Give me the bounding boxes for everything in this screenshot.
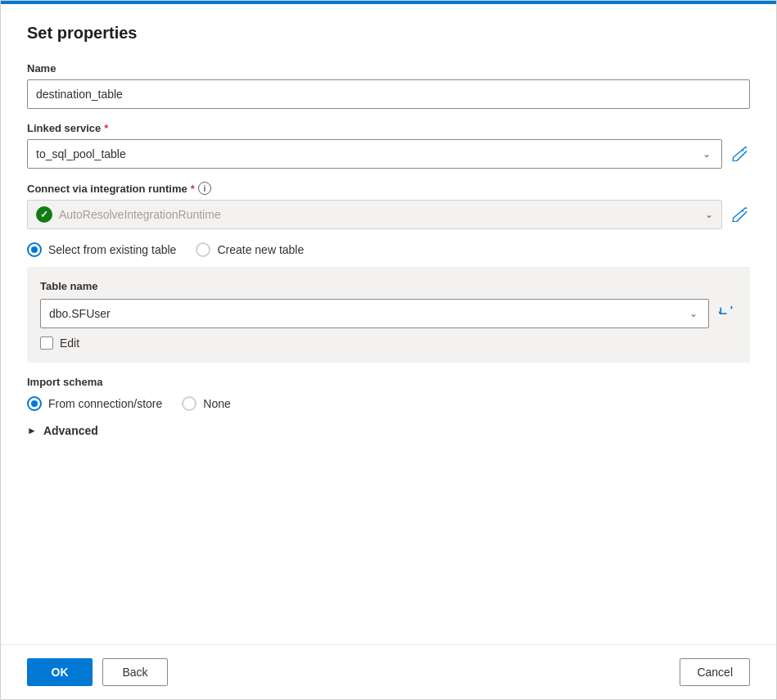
advanced-chevron-icon: ► bbox=[27, 425, 37, 436]
runtime-dropdown-arrow: ⌄ bbox=[705, 209, 713, 220]
runtime-edit-button[interactable] bbox=[729, 204, 750, 225]
pencil-icon bbox=[732, 147, 747, 161]
ok-button[interactable]: OK bbox=[27, 658, 93, 686]
import-connection-label: From connection/store bbox=[48, 397, 162, 410]
import-none-option[interactable]: None bbox=[182, 396, 230, 411]
refresh-icon bbox=[719, 306, 734, 321]
table-name-select[interactable]: dbo.SFUser bbox=[40, 299, 709, 328]
import-none-radio[interactable] bbox=[182, 396, 197, 411]
table-name-section: Table name dbo.SFUser ⌄ Edit bbox=[27, 267, 750, 363]
import-none-label: None bbox=[203, 397, 230, 410]
select-existing-option[interactable]: Select from existing table bbox=[27, 242, 176, 257]
runtime-select-inner: AutoResolveIntegrationRuntime bbox=[36, 206, 698, 223]
runtime-pencil-icon bbox=[732, 207, 747, 222]
edit-checkbox[interactable] bbox=[40, 336, 53, 350]
runtime-status-icon bbox=[36, 206, 52, 223]
table-name-select-wrapper: dbo.SFUser ⌄ bbox=[40, 299, 737, 328]
linked-service-field-group: Linked service * to_sql_pool_table ⌄ bbox=[27, 122, 750, 169]
import-schema-radio-group: From connection/store None bbox=[27, 396, 750, 411]
runtime-required: * bbox=[191, 183, 195, 195]
table-name-label: Table name bbox=[40, 280, 737, 292]
create-new-radio[interactable] bbox=[196, 242, 210, 257]
footer-left-buttons: OK Back bbox=[27, 658, 168, 686]
linked-service-select-wrapper: to_sql_pool_table ⌄ bbox=[27, 139, 750, 169]
import-schema-label: Import schema bbox=[27, 376, 750, 388]
runtime-value: AutoResolveIntegrationRuntime bbox=[59, 208, 221, 221]
back-button[interactable]: Back bbox=[102, 658, 168, 686]
page-title: Set properties bbox=[27, 24, 750, 43]
runtime-label: Connect via integration runtime * i bbox=[27, 182, 750, 195]
content-area: Set properties Name Linked service * to_… bbox=[1, 4, 776, 644]
import-schema-section: Import schema From connection/store None bbox=[27, 376, 750, 411]
linked-service-label: Linked service * bbox=[27, 122, 750, 134]
edit-checkbox-row: Edit bbox=[40, 336, 737, 350]
name-input[interactable] bbox=[27, 79, 750, 109]
linked-service-select[interactable]: to_sql_pool_table bbox=[27, 139, 722, 169]
create-new-option[interactable]: Create new table bbox=[196, 242, 304, 257]
select-existing-label: Select from existing table bbox=[48, 243, 176, 256]
name-label: Name bbox=[27, 62, 750, 75]
runtime-field-group: Connect via integration runtime * i Auto… bbox=[27, 182, 750, 229]
edit-checkbox-label: Edit bbox=[60, 336, 79, 350]
table-selection-radio-group: Select from existing table Create new ta… bbox=[27, 242, 750, 257]
footer: OK Back Cancel bbox=[1, 644, 776, 699]
runtime-info-icon[interactable]: i bbox=[198, 182, 211, 195]
create-new-label: Create new table bbox=[217, 243, 304, 256]
select-existing-radio[interactable] bbox=[27, 242, 42, 257]
linked-service-edit-button[interactable] bbox=[729, 143, 750, 165]
advanced-label: Advanced bbox=[43, 424, 98, 437]
advanced-section[interactable]: ► Advanced bbox=[27, 424, 750, 437]
import-connection-radio[interactable] bbox=[27, 396, 42, 411]
linked-service-required: * bbox=[104, 122, 108, 134]
cancel-button[interactable]: Cancel bbox=[680, 658, 750, 686]
runtime-select-display[interactable]: AutoResolveIntegrationRuntime ⌄ bbox=[27, 200, 722, 229]
name-field-group: Name bbox=[27, 62, 750, 109]
table-name-refresh-button[interactable] bbox=[716, 303, 737, 324]
runtime-select-outer-wrapper: AutoResolveIntegrationRuntime ⌄ bbox=[27, 200, 750, 229]
import-connection-option[interactable]: From connection/store bbox=[27, 396, 162, 411]
